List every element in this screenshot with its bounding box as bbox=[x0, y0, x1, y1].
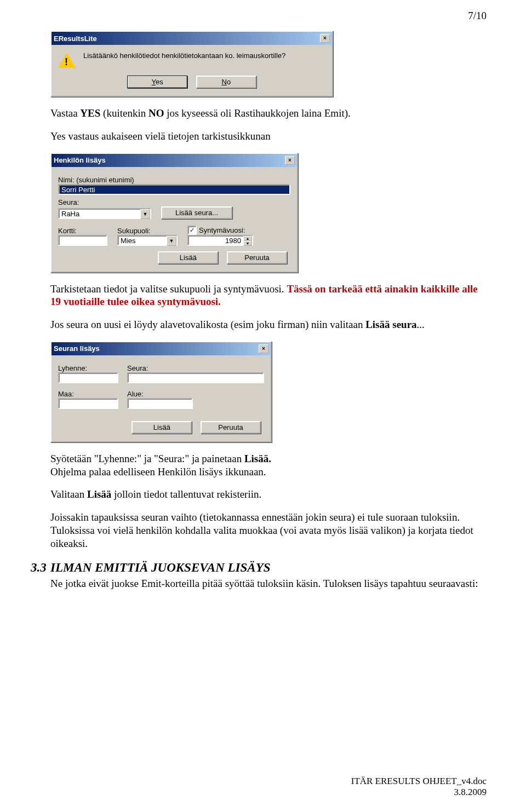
syntymavuosi-checkbox[interactable]: ✓ Syntymävuosi: bbox=[187, 226, 245, 235]
footer-doc: ITÄR ERESULTS OHJEET_v4.doc bbox=[351, 776, 487, 787]
alue-field[interactable] bbox=[127, 398, 193, 409]
footer-date: 3.8.2009 bbox=[351, 787, 487, 798]
kortti-field[interactable] bbox=[58, 235, 107, 246]
warning-icon bbox=[58, 51, 76, 69]
chevron-down-icon[interactable]: ▼ bbox=[140, 209, 150, 219]
lisaa-button[interactable]: Lisää bbox=[158, 251, 218, 264]
lisaa-button[interactable]: Lisää bbox=[132, 421, 192, 434]
titlebar-text: Henkilön lisäys bbox=[54, 156, 106, 164]
messagebox-eresultslite: EResultsLite × Lisätäänkö henkilötiedot … bbox=[50, 31, 333, 97]
seura-field[interactable] bbox=[127, 372, 264, 383]
paragraph: Ne jotka eivät juokse Emit-korteilla pit… bbox=[50, 577, 487, 590]
maa-field[interactable] bbox=[58, 398, 118, 409]
seura-label: Seura: bbox=[127, 364, 264, 372]
titlebar-text: EResultsLite bbox=[54, 34, 97, 43]
close-icon[interactable]: × bbox=[259, 344, 268, 353]
paragraph: Yes vastaus aukaiseen vielä tietojen tar… bbox=[50, 130, 487, 143]
page-number: 7/10 bbox=[0, 0, 526, 22]
spin-down-icon[interactable]: ▼ bbox=[243, 241, 252, 246]
nimi-label: Nimi: (sukunimi etunimi) bbox=[58, 176, 290, 184]
maa-label: Maa: bbox=[58, 390, 118, 398]
no-button[interactable]: No bbox=[196, 76, 256, 88]
paragraph: Tarkistetaan tiedot ja valitse sukupuoli… bbox=[50, 283, 487, 309]
dialog-henkilon-lisays: Henkilön lisäys × Nimi: (sukunimi etunim… bbox=[50, 153, 298, 273]
titlebar: Seuran lisäys × bbox=[52, 342, 271, 355]
lyhenne-field[interactable] bbox=[58, 372, 118, 383]
dialog-seuran-lisays: Seuran lisäys × Lyhenne: Seura: Maa: bbox=[50, 341, 272, 442]
paragraph: Jos seura on uusi ei löydy alavetovaliko… bbox=[50, 318, 487, 331]
peruuta-button[interactable]: Peruuta bbox=[201, 421, 261, 434]
kortti-label: Kortti: bbox=[58, 227, 107, 235]
close-icon[interactable]: × bbox=[285, 156, 295, 165]
section-heading: 3.3ILMAN EMITTIÄ JUOKSEVAN LISÄYS bbox=[31, 561, 487, 575]
titlebar-text: Seuran lisäys bbox=[54, 344, 100, 353]
syntymavuosi-label: Syntymävuosi: bbox=[199, 226, 245, 234]
paragraph: Vastaa YES (kuitenkin NO jos kyseessä ol… bbox=[50, 107, 487, 120]
yes-button[interactable]: Yes bbox=[127, 76, 187, 88]
peruuta-button[interactable]: Peruuta bbox=[227, 251, 287, 264]
seura-combo[interactable]: RaHa bbox=[58, 208, 151, 219]
titlebar: EResultsLite × bbox=[52, 32, 332, 45]
footer: ITÄR ERESULTS OHJEET_v4.doc 3.8.2009 bbox=[351, 776, 487, 798]
nimi-field[interactable]: Sorri Pertti bbox=[58, 184, 290, 195]
messagebox-text: Lisätäänkö henkilötiedot henkilötietokan… bbox=[83, 51, 325, 69]
titlebar: Henkilön lisäys × bbox=[52, 154, 297, 167]
sukupuoli-label: Sukupuoli: bbox=[117, 227, 178, 235]
seura-label: Seura: bbox=[58, 198, 290, 206]
paragraph: Syötetään "Lyhenne:" ja "Seura:" ja pain… bbox=[50, 452, 487, 479]
close-icon[interactable]: × bbox=[320, 34, 330, 43]
paragraph: Joissakin tapauksissa seuran vaihto (tie… bbox=[50, 511, 487, 550]
checkbox-icon: ✓ bbox=[187, 226, 197, 235]
chevron-down-icon[interactable]: ▼ bbox=[167, 236, 176, 246]
spin-up-icon[interactable]: ▲ bbox=[243, 236, 252, 241]
lisaa-seura-button[interactable]: Lisää seura... bbox=[161, 206, 232, 219]
paragraph: Valitaan Lisää jolloin tiedot tallentuva… bbox=[50, 488, 487, 501]
lyhenne-label: Lyhenne: bbox=[58, 364, 118, 372]
alue-label: Alue: bbox=[127, 390, 193, 398]
